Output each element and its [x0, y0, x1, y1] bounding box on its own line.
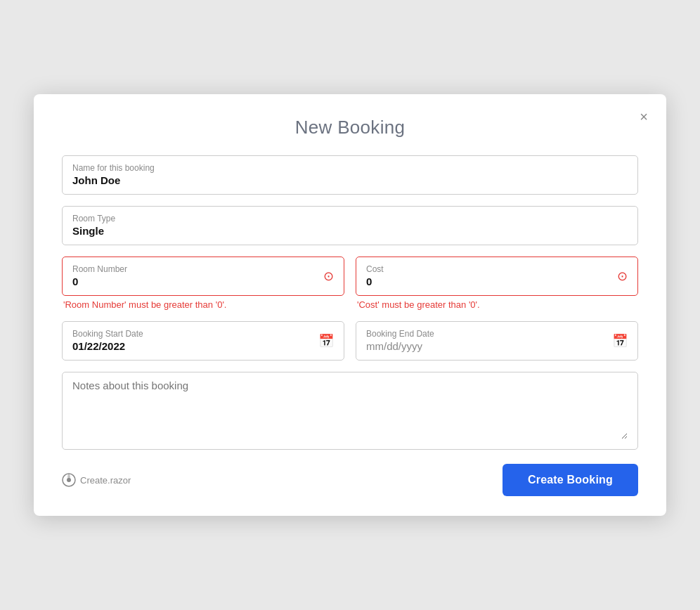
room-number-field-wrapper: Room Number ⊙ — [62, 257, 344, 296]
cost-error-icon: ⊙ — [617, 270, 628, 283]
name-label: Name for this booking — [72, 163, 628, 173]
room-number-error-icon: ⊙ — [323, 270, 334, 283]
end-date-calendar-icon[interactable]: 📅 — [612, 333, 628, 349]
room-number-input[interactable] — [72, 275, 334, 287]
end-date-col: Booking End Date 📅 — [356, 321, 638, 361]
name-field-group: Name for this booking — [62, 155, 638, 195]
room-type-field-group: Room Type — [62, 206, 638, 245]
notes-textarea[interactable] — [72, 379, 628, 439]
room-number-error-message: 'Room Number' must be greater than '0'. — [62, 299, 344, 310]
cost-error-message: 'Cost' must be greater than '0'. — [356, 299, 638, 310]
cost-label: Cost — [366, 264, 628, 274]
brand-icon — [62, 473, 76, 487]
notes-field-group — [62, 372, 638, 450]
start-date-label: Booking Start Date — [72, 329, 334, 339]
start-date-col: Booking Start Date 📅 — [62, 321, 344, 361]
notes-field-wrapper — [62, 372, 638, 450]
modal-dialog: × New Booking Name for this booking Room… — [34, 94, 666, 516]
create-booking-button[interactable]: Create Booking — [503, 464, 638, 496]
room-type-field-wrapper: Room Type — [62, 206, 638, 245]
end-date-input[interactable] — [366, 340, 607, 352]
start-date-wrapper: Booking Start Date 📅 — [62, 321, 344, 361]
room-cost-row: Room Number ⊙ 'Room Number' must be grea… — [62, 257, 638, 310]
dates-row: Booking Start Date 📅 Booking End Date 📅 — [62, 321, 638, 361]
modal-footer: Create.razor Create Booking — [62, 464, 638, 496]
name-input[interactable] — [72, 174, 628, 186]
end-date-wrapper: Booking End Date 📅 — [356, 321, 638, 361]
end-date-label: Booking End Date — [366, 329, 628, 339]
room-type-input[interactable] — [72, 225, 628, 237]
room-number-label: Room Number — [72, 264, 334, 274]
modal-overlay: × New Booking Name for this booking Room… — [0, 0, 700, 610]
footer-brand: Create.razor — [62, 473, 131, 487]
start-date-calendar-icon[interactable]: 📅 — [318, 333, 334, 349]
brand-text: Create.razor — [80, 475, 131, 486]
room-type-label: Room Type — [72, 214, 628, 223]
start-date-input[interactable] — [72, 340, 313, 352]
name-field-wrapper: Name for this booking — [62, 155, 638, 195]
modal-title: New Booking — [62, 117, 638, 138]
close-button[interactable]: × — [637, 107, 651, 126]
cost-col: Cost ⊙ 'Cost' must be greater than '0'. — [356, 257, 638, 310]
cost-input[interactable] — [366, 275, 628, 287]
cost-field-wrapper: Cost ⊙ — [356, 257, 638, 296]
room-number-col: Room Number ⊙ 'Room Number' must be grea… — [62, 257, 344, 310]
